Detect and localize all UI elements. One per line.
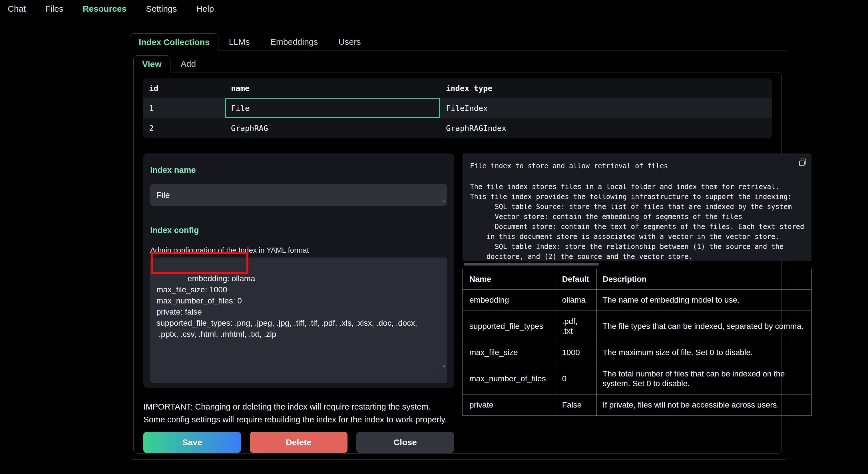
close-button[interactable]: Close [356,432,454,453]
view-add-tabs: View Add [133,55,782,72]
subtab-view[interactable]: View [133,55,170,72]
index-form-column: Index name File Index config Admin confi… [143,154,454,453]
param-name: max_file_size [463,342,556,363]
resources-panel: Index Collections LLMs Embeddings Users … [130,33,788,460]
param-name: max_number_of_files [463,363,556,395]
params-row: embedding ollama The name of embedding m… [463,290,811,311]
view-tab-panel: id name index type 1 File FileIndex 2 Gr… [133,72,782,454]
param-description: If private, files will not be accessible… [596,395,811,416]
param-default: 0 [556,363,596,395]
param-default: ollama [556,290,596,311]
table-header-row: id name index type [143,78,772,98]
index-description-title: File index to store and allow retrieval … [470,162,804,170]
params-header-name: Name [463,269,556,290]
params-row: max_file_size 1000 The maximum size of f… [463,342,811,363]
config-params-table: Name Default Description embedding ollam… [463,269,811,416]
nav-item-settings[interactable]: Settings [146,4,177,14]
tab-llms[interactable]: LLMs [218,33,260,50]
save-button[interactable]: Save [143,432,241,453]
nav-item-chat[interactable]: Chat [8,4,26,14]
index-collections-tab-panel: View Add id name index type 1 File FileI… [130,50,788,460]
param-name: supported_file_types [463,311,556,342]
column-header-id: id [143,78,225,98]
params-header-default: Default [556,269,596,290]
cell-name-selected[interactable]: File [225,98,440,118]
param-description: The maximum size of file. Set 0 to disab… [596,342,811,363]
params-row: supported_file_types .pdf, .txt The file… [463,311,811,342]
nav-item-help[interactable]: Help [196,4,214,14]
copy-button[interactable] [798,158,807,168]
subtab-add[interactable]: Add [170,55,206,72]
params-row: private False If private, files will not… [463,395,811,416]
index-name-input[interactable]: File [150,184,447,206]
index-config-textarea[interactable]: embedding: ollama max_file_size: 1000 ma… [150,258,447,383]
index-info-column: File index to store and allow retrieval … [463,154,811,453]
top-nav: Chat Files Resources Settings Help [0,0,868,18]
param-default: 1000 [556,342,596,363]
resize-handle-icon[interactable] [441,195,445,204]
column-header-index-type: index type [440,78,772,98]
scrollbar-thumb[interactable] [464,263,599,266]
param-name: private [463,395,556,416]
delete-button[interactable]: Delete [250,432,347,453]
important-note: IMPORTANT: Changing or deleting the inde… [143,400,454,426]
param-description: The name of embedding model to use. [596,290,811,311]
cell-name[interactable]: GraphRAG [225,118,440,138]
params-header-row: Name Default Description [463,269,811,290]
param-default: .pdf, .txt [556,311,596,342]
resize-handle-icon[interactable] [405,348,445,382]
nav-item-resources[interactable]: Resources [83,4,126,14]
table-row[interactable]: 1 File FileIndex [143,98,772,118]
param-description: The file types that can be indexed, sepa… [596,311,811,342]
cell-index-type[interactable]: FileIndex [440,98,772,118]
table-row[interactable]: 2 GraphRAG GraphRAGIndex [143,118,772,138]
index-collections-table: id name index type 1 File FileIndex 2 Gr… [143,78,772,138]
cell-id[interactable]: 2 [143,118,225,138]
param-name: embedding [463,290,556,311]
tab-index-collections[interactable]: Index Collections [130,33,218,50]
index-form-panel: Index name File Index config Admin confi… [143,154,454,387]
index-name-value: File [156,191,170,200]
cell-index-type[interactable]: GraphRAGIndex [440,118,772,138]
index-config-help: Admin configuration of the Index in YAML… [150,246,447,255]
params-header-description: Description [596,269,811,290]
copy-icon [798,163,807,168]
action-buttons: Save Delete Close [143,432,454,453]
param-default: False [556,395,596,416]
index-name-label: Index name [150,165,447,175]
column-header-name: name [225,78,440,98]
tab-embeddings[interactable]: Embeddings [260,33,328,50]
param-description: The total number of files that can be in… [596,363,811,395]
nav-item-files[interactable]: Files [45,4,63,14]
index-description-panel: File index to store and allow retrieval … [463,154,811,261]
tab-users[interactable]: Users [328,33,371,50]
horizontal-scrollbar [463,263,811,266]
index-config-label: Index config [150,226,447,235]
index-description-body: The file index stores files in a local f… [470,182,804,261]
params-row: max_number_of_files 0 The total number o… [463,363,811,395]
index-config-value: embedding: ollama max_file_size: 1000 ma… [156,274,417,339]
cell-id[interactable]: 1 [143,98,225,118]
resources-tabs: Index Collections LLMs Embeddings Users [130,33,788,50]
